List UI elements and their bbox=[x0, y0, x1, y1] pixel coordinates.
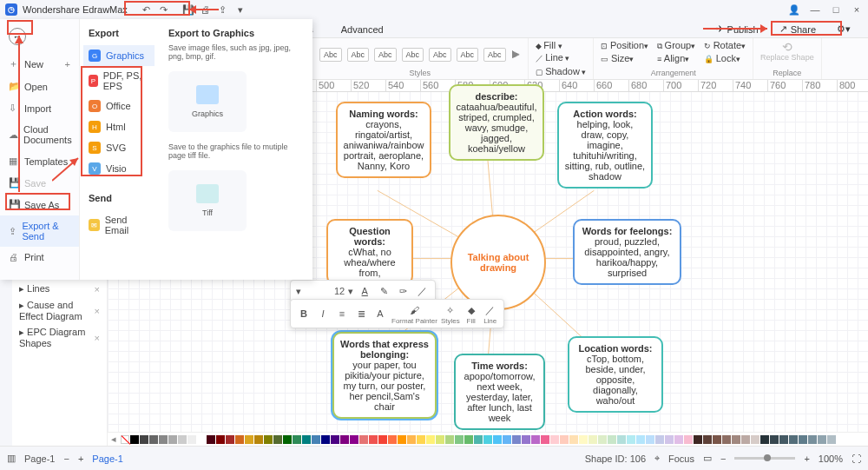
rotate-menu[interactable]: ↻ Rotate▾ bbox=[704, 40, 746, 51]
save-icon[interactable]: 💾 bbox=[181, 3, 195, 17]
color-swatch[interactable] bbox=[608, 435, 616, 444]
zoom-in[interactable]: + bbox=[804, 453, 809, 464]
style-preset[interactable]: Abc bbox=[402, 48, 424, 62]
highlight-icon[interactable]: ✎ bbox=[376, 283, 391, 299]
color-swatch[interactable] bbox=[226, 435, 234, 444]
export-format-item[interactable]: PPDF, PS, EPS bbox=[83, 66, 155, 96]
align-center-icon[interactable]: ≣ bbox=[353, 306, 369, 321]
file-menu-item[interactable]: ⇩Import bbox=[0, 97, 79, 119]
fullscreen-icon[interactable]: ⛶ bbox=[852, 453, 861, 464]
color-swatch[interactable] bbox=[779, 435, 788, 444]
shadow-menu[interactable]: ▢ Shadow ▾ bbox=[536, 66, 587, 76]
export-format-item[interactable]: VVisio bbox=[83, 158, 155, 179]
redo-icon[interactable]: ↷ bbox=[157, 3, 171, 17]
file-menu-item[interactable]: ＋New+ bbox=[0, 52, 79, 76]
font-color-icon[interactable]: A bbox=[357, 283, 372, 299]
color-swatch[interactable] bbox=[483, 435, 492, 444]
color-swatch[interactable] bbox=[503, 435, 511, 444]
settings-icon[interactable]: ⚙▾ bbox=[828, 21, 859, 37]
style-preset[interactable]: Abc bbox=[429, 48, 451, 62]
file-menu-item[interactable]: ▦Templates bbox=[0, 150, 79, 172]
align-menu[interactable]: ≡ Align▾ bbox=[657, 53, 695, 63]
color-swatch[interactable] bbox=[512, 435, 521, 444]
color-swatch[interactable] bbox=[674, 435, 683, 444]
color-swatch[interactable] bbox=[636, 435, 645, 444]
color-swatch[interactable] bbox=[273, 435, 282, 444]
node-action[interactable]: Action words:helping, look, draw, copy, … bbox=[557, 102, 653, 189]
color-swatch[interactable] bbox=[168, 435, 177, 444]
color-swatch[interactable] bbox=[359, 435, 368, 444]
color-swatch[interactable] bbox=[149, 435, 158, 444]
node-time[interactable]: Time words:apopo/tomorrow, next week, ye… bbox=[454, 354, 545, 430]
send-item[interactable]: ✉Send Email bbox=[83, 210, 155, 240]
color-swatch[interactable] bbox=[159, 435, 168, 444]
color-swatch[interactable] bbox=[732, 435, 740, 444]
undo-icon[interactable]: ↶ bbox=[140, 3, 154, 17]
color-swatch[interactable] bbox=[293, 435, 301, 444]
fill-menu[interactable]: ◆ Fill ▾ bbox=[536, 40, 587, 50]
tiff-card[interactable]: Tiff bbox=[168, 170, 247, 231]
color-swatch[interactable] bbox=[417, 435, 425, 444]
color-swatch[interactable] bbox=[264, 435, 273, 444]
node-feelings[interactable]: Words for feelongs:proud, puzzled, disap… bbox=[573, 219, 681, 285]
file-menu-item[interactable]: 🖨Print bbox=[0, 247, 79, 268]
file-menu-item[interactable]: 📂Open bbox=[0, 76, 79, 97]
export-qat-icon[interactable]: ⇪ bbox=[216, 3, 230, 17]
file-menu-item[interactable]: 💾Save As bbox=[0, 194, 79, 215]
format-painter-icon[interactable]: 🖌 bbox=[406, 302, 422, 318]
line-style-icon[interactable]: ／ bbox=[414, 283, 430, 299]
file-menu-item[interactable]: 💾Save bbox=[0, 172, 79, 194]
export-format-item[interactable]: GGraphics bbox=[83, 45, 155, 66]
floating-format-toolbar-2[interactable]: B I ≡ ≣ A 🖌 Format Painter ✧ Styles ◆ Fi… bbox=[290, 299, 504, 328]
color-swatch[interactable] bbox=[350, 435, 358, 444]
bold-icon[interactable]: B bbox=[296, 306, 312, 321]
color-swatch[interactable] bbox=[178, 435, 187, 444]
close-icon[interactable]: × bbox=[851, 4, 863, 16]
color-swatch[interactable] bbox=[464, 435, 473, 444]
color-swatch[interactable] bbox=[550, 435, 559, 444]
file-menu-item[interactable]: ☁Cloud Documents bbox=[0, 119, 79, 150]
color-swatch[interactable] bbox=[713, 435, 721, 444]
position-menu[interactable]: ⊡ Position▾ bbox=[601, 40, 648, 51]
node-describe[interactable]: describe:cataahua/beautiful, striped, cr… bbox=[449, 84, 544, 161]
crosshair-icon[interactable]: ⌖ bbox=[654, 453, 660, 464]
style-preset[interactable]: Abc bbox=[457, 48, 479, 62]
color-swatch[interactable] bbox=[741, 435, 750, 444]
print-icon[interactable]: 🖨 bbox=[199, 3, 213, 17]
color-swatch[interactable] bbox=[655, 435, 664, 444]
page-add[interactable]: + bbox=[78, 453, 83, 464]
maximize-icon[interactable]: □ bbox=[830, 4, 842, 16]
page-link[interactable]: Page-1 bbox=[92, 453, 122, 464]
no-color-swatch[interactable] bbox=[121, 435, 129, 444]
color-swatch[interactable] bbox=[321, 435, 330, 444]
color-swatch[interactable] bbox=[216, 435, 225, 444]
node-naming[interactable]: Naming words:crayons, ringatoi/artist, a… bbox=[336, 102, 431, 178]
color-swatch[interactable] bbox=[522, 435, 530, 444]
back-button[interactable]: ← bbox=[9, 28, 26, 45]
color-swatch[interactable] bbox=[283, 435, 292, 444]
color-swatch[interactable] bbox=[436, 435, 444, 444]
fill-icon[interactable]: ◆ bbox=[464, 302, 479, 318]
line-icon[interactable]: ／ bbox=[483, 302, 498, 318]
color-swatch[interactable] bbox=[340, 435, 349, 444]
line-menu[interactable]: ／ Line ▾ bbox=[536, 52, 587, 64]
color-swatch[interactable] bbox=[751, 435, 760, 444]
color-swatch[interactable] bbox=[130, 435, 139, 444]
color-swatch[interactable] bbox=[235, 435, 244, 444]
styles-icon[interactable]: ✧ bbox=[443, 302, 458, 318]
color-swatch[interactable] bbox=[684, 435, 693, 444]
color-swatch[interactable] bbox=[579, 435, 588, 444]
color-swatch[interactable] bbox=[369, 435, 378, 444]
qat-more-icon[interactable]: ▾ bbox=[233, 3, 247, 17]
pages-icon[interactable]: ▥ bbox=[7, 453, 16, 464]
style-preset[interactable]: Abc bbox=[483, 48, 506, 62]
color-swatch[interactable] bbox=[474, 435, 483, 444]
shape-category[interactable]: ▸ Lines× bbox=[12, 281, 107, 297]
color-swatch[interactable] bbox=[388, 435, 397, 444]
export-format-item[interactable]: HHtml bbox=[83, 116, 155, 137]
color-swatch[interactable] bbox=[541, 435, 549, 444]
node-location[interactable]: Location words:cTop, bottom, beside, und… bbox=[568, 336, 663, 413]
share-button[interactable]: ↗ Share bbox=[771, 21, 825, 37]
file-menu-item[interactable]: ⇪Export & Send bbox=[0, 215, 79, 247]
zoom-out[interactable]: − bbox=[720, 453, 726, 464]
